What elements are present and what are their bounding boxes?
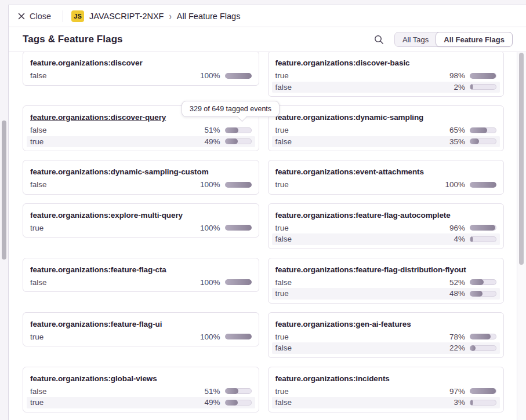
- breadcrumb-project-link[interactable]: JAVASCRIPT-2NXF: [89, 12, 164, 21]
- distribution-bar-fill: [470, 400, 473, 406]
- tab-all-feature-flags[interactable]: All Feature Flags: [436, 32, 513, 47]
- drawer-scrollbar-thumb[interactable]: [519, 53, 524, 265]
- feature-flag-name[interactable]: feature.organizations:feature-flag-distr…: [275, 264, 497, 276]
- feature-flag-name[interactable]: feature.organizations:feature-flag-ui: [30, 319, 252, 330]
- flag-value-row: true49%: [27, 397, 255, 408]
- feature-flag-name[interactable]: feature.organizations:discover: [30, 57, 252, 69]
- distribution-bar-fill: [470, 388, 496, 394]
- flag-value-label: true: [30, 224, 200, 232]
- javascript-platform-badge: JS: [71, 10, 84, 22]
- flag-value-label: false: [275, 235, 454, 243]
- flag-percentage: 65%: [449, 126, 465, 134]
- flag-value-rows: true100%: [27, 331, 255, 343]
- flag-value-row: true100%: [27, 331, 255, 343]
- feature-flag-name[interactable]: feature.organizations:feature-flag-cta: [30, 264, 252, 276]
- drawer-header: Tags & Feature Flags All Tags All Featur…: [9, 27, 526, 52]
- distribution-bar-fill: [225, 225, 252, 231]
- feature-flag-card: feature.organizations:feature-flag-distr…: [268, 258, 505, 304]
- feature-flag-name[interactable]: feature.organizations:dynamic-sampling: [275, 112, 497, 123]
- distribution-bar-fill: [225, 73, 252, 79]
- distribution-bar-fill: [470, 236, 473, 242]
- feature-flag-name[interactable]: feature.organizations:dynamic-sampling-c…: [30, 166, 252, 178]
- flag-value-rows: false51%true49%: [27, 386, 255, 408]
- feature-flag-name[interactable]: feature.organizations:global-views: [30, 373, 252, 385]
- flag-value-row: false35%: [272, 136, 500, 148]
- flag-percentage: 52%: [449, 278, 465, 287]
- flag-percentage: 48%: [449, 289, 465, 298]
- flag-value-row: true78%: [272, 331, 500, 343]
- distribution-bar: [470, 182, 496, 188]
- feature-flag-name[interactable]: feature.organizations:event-attachments: [275, 166, 497, 178]
- search-button[interactable]: [372, 32, 386, 47]
- flag-value-row: true96%: [272, 222, 500, 234]
- distribution-bar: [225, 334, 252, 339]
- distribution-bar: [470, 127, 496, 133]
- distribution-bar-fill: [470, 127, 487, 133]
- feature-flag-card: feature.organizations:dynamic-sampling t…: [268, 105, 505, 151]
- flag-value-label: true: [275, 333, 449, 341]
- flag-value-row: true100%: [272, 179, 500, 191]
- flag-value-row: true98%: [272, 70, 500, 82]
- feature-flags-drawer: Close JS JAVASCRIPT-2NXF › All Feature F…: [8, 5, 526, 420]
- flag-value-label: true: [275, 224, 449, 232]
- feature-flag-card: feature.organizations:event-attachments …: [268, 160, 505, 195]
- close-icon: [18, 13, 25, 20]
- distribution-bar: [470, 236, 496, 242]
- flag-percentage: 100%: [445, 180, 465, 189]
- close-label: Close: [30, 12, 51, 21]
- page-scrollbar-track: [0, 0, 8, 420]
- flag-value-rows: false52%true48%: [272, 277, 500, 300]
- distribution-bar: [470, 291, 496, 297]
- feature-flag-card: feature.organizations:dynamic-sampling-c…: [23, 160, 259, 195]
- distribution-bar-fill: [470, 345, 476, 351]
- feature-flag-name[interactable]: feature.organizations:feature-flag-autoc…: [275, 210, 497, 221]
- distribution-bar: [470, 334, 496, 339]
- top-bar-divider: [63, 10, 63, 22]
- flag-percentage: 97%: [449, 387, 465, 396]
- flag-percentage: 100%: [200, 333, 220, 341]
- feature-flag-card: feature.organizations:feature-flag-ui tr…: [23, 312, 259, 347]
- flag-percentage: 96%: [449, 224, 465, 232]
- flag-value-label: false: [275, 398, 454, 407]
- feature-flag-card: feature.organizations:discover false100%: [23, 52, 259, 86]
- view-toggle: All Tags All Feature Flags: [394, 32, 513, 47]
- flag-percentage: 51%: [204, 126, 220, 134]
- flag-value-rows: false100%: [27, 277, 255, 288]
- flag-value-label: false: [30, 387, 204, 396]
- flag-value-label: false: [275, 137, 449, 146]
- drawer-scrollbar-track: [517, 52, 526, 420]
- flag-value-label: true: [275, 71, 449, 80]
- feature-flag-name[interactable]: feature.organizations:incidents: [275, 373, 497, 385]
- feature-flag-name[interactable]: feature.organizations:gen-ai-features: [275, 319, 497, 330]
- flag-percentage: 51%: [204, 387, 220, 396]
- close-button[interactable]: Close: [14, 9, 55, 23]
- chevron-right-icon: ›: [169, 10, 171, 22]
- flag-value-row: true100%: [27, 222, 255, 234]
- flag-percentage: 4%: [454, 235, 465, 243]
- search-icon: [374, 35, 384, 45]
- flag-value-label: true: [275, 180, 445, 189]
- flag-value-rows: true100%: [27, 222, 255, 234]
- distribution-bar-fill: [225, 127, 238, 133]
- flag-percentage: 100%: [200, 71, 220, 80]
- feature-flag-card: feature.organizations:gen-ai-features tr…: [268, 312, 505, 358]
- feature-flag-name[interactable]: feature.organizations:discover-basic: [275, 57, 497, 69]
- flag-percentage: 49%: [204, 137, 220, 146]
- flag-value-label: false: [275, 344, 449, 352]
- flag-value-rows: false100%: [27, 70, 255, 82]
- flag-value-row: false52%: [272, 277, 500, 288]
- distribution-bar: [470, 73, 496, 79]
- flag-percentage: 100%: [200, 180, 220, 189]
- feature-flag-name[interactable]: feature.organizations:explore-multi-quer…: [30, 210, 252, 221]
- flag-value-rows: true97%false3%: [272, 386, 500, 408]
- distribution-bar: [470, 400, 496, 406]
- flag-value-label: false: [30, 126, 204, 134]
- distribution-bar-fill: [470, 138, 479, 144]
- distribution-bar-fill: [225, 388, 238, 394]
- flag-value-rows: false51%true49%: [27, 125, 255, 147]
- page-scrollbar-thumb[interactable]: [2, 120, 6, 260]
- feature-flag-card: feature.organizations:discover-basic tru…: [268, 52, 505, 97]
- tab-all-tags[interactable]: All Tags: [395, 32, 436, 46]
- flag-value-row: false22%: [272, 342, 500, 354]
- distribution-bar-fill: [470, 334, 491, 339]
